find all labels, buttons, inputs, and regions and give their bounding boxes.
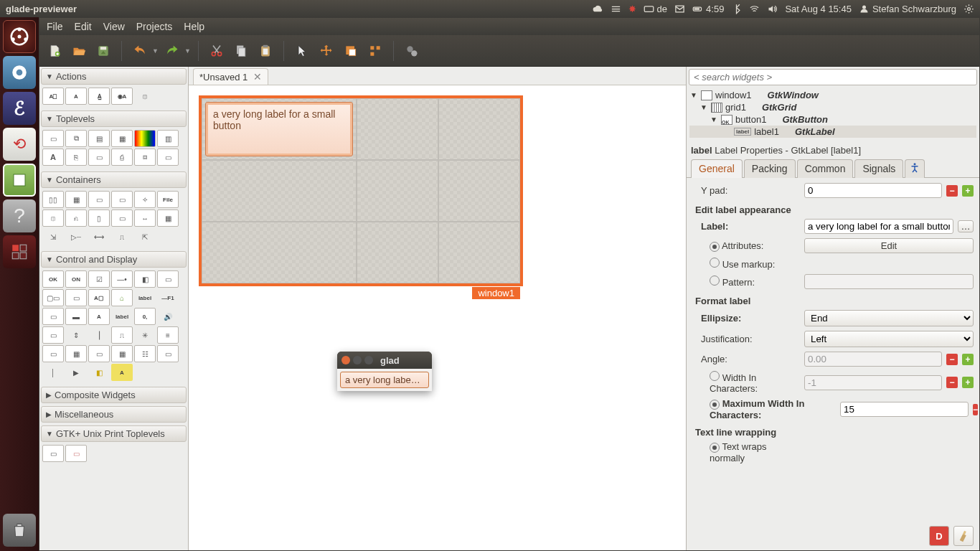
palette-item[interactable]: ✧ [134, 191, 156, 208]
palette-item[interactable]: ▬ [65, 308, 87, 325]
open-button[interactable] [68, 40, 90, 62]
palette-item[interactable]: ▭ [88, 191, 110, 208]
undo-button[interactable] [129, 40, 151, 62]
palette-item[interactable]: │ [42, 364, 64, 381]
mail-indicator[interactable] [674, 4, 685, 14]
palette-item[interactable]: ⇲ [42, 228, 64, 245]
launcher-dash[interactable] [3, 20, 36, 53]
close-icon[interactable] [341, 356, 350, 364]
palette-item[interactable]: ▭ [157, 149, 179, 166]
clock[interactable]: Sat Aug 4 15:45 [785, 4, 852, 14]
launcher-trash[interactable] [3, 514, 36, 547]
palette-item[interactable]: ↔ [134, 209, 156, 227]
palette-item[interactable]: ▭ [42, 445, 64, 462]
palette-item[interactable]: ⎙ [111, 149, 133, 166]
palette-item[interactable]: A▢ [88, 289, 110, 306]
palette-item[interactable]: ▭ [65, 289, 87, 306]
palette-item[interactable]: ▭ [111, 209, 133, 227]
align-tool[interactable] [364, 40, 386, 62]
palette-item[interactable]: ▭ [42, 308, 64, 325]
radio-wrap-normal[interactable] [710, 443, 720, 453]
palette-item[interactable]: ▤ [88, 130, 110, 147]
chevron-down-icon[interactable]: ▼ [152, 47, 159, 55]
label-text-field[interactable] [804, 219, 953, 234]
tree-selected-row[interactable]: label label1 GtkLabel [689, 126, 976, 138]
palette-item[interactable]: label [111, 308, 133, 325]
grid-cell[interactable] [438, 222, 520, 283]
radio-max-width[interactable] [710, 400, 720, 410]
palette-item[interactable]: ▭ [42, 130, 64, 147]
maximize-icon[interactable] [364, 356, 373, 364]
palette-item[interactable]: ⟷ [88, 228, 110, 245]
tab-a11y[interactable] [905, 159, 925, 178]
palette-gtkprint-header[interactable]: ▼GTK+ Unix Print Toplevels [41, 425, 187, 442]
palette-item[interactable]: A̲ [88, 88, 110, 105]
palette-item[interactable]: ⎌ [65, 209, 87, 227]
justification-field[interactable]: Left [804, 331, 974, 347]
palette-item[interactable]: ⎍ [111, 326, 133, 344]
cut-button[interactable] [206, 40, 227, 62]
palette-item[interactable]: ≡ [157, 326, 179, 344]
palette-composite-header[interactable]: ▶Composite Widgets [41, 387, 187, 403]
clear-button[interactable] [953, 526, 974, 546]
palette-item[interactable]: ☑ [88, 270, 110, 288]
new-button[interactable] [44, 40, 65, 62]
menu-help[interactable]: Help [184, 21, 204, 32]
resize-tool[interactable] [340, 40, 362, 62]
launcher-help[interactable]: ? [3, 199, 36, 232]
radio-attributes[interactable] [710, 242, 720, 252]
palette-item[interactable]: ▶ [65, 364, 87, 381]
palette-item[interactable]: ▭ [88, 149, 110, 166]
radio-width-chars[interactable] [710, 371, 720, 381]
palette-item[interactable]: ▦ [111, 345, 133, 362]
tab-common[interactable]: Common [797, 159, 854, 178]
angle-field[interactable] [804, 352, 942, 367]
menu-view[interactable]: View [103, 21, 125, 32]
palette-item[interactable]: ◧ [134, 270, 156, 288]
palette-item[interactable]: ⎅ [134, 88, 156, 105]
palette-item[interactable]: OK [42, 270, 64, 288]
minus-icon[interactable]: − [946, 185, 958, 197]
palette-item[interactable]: ◉A [111, 88, 133, 105]
palette-item[interactable]: ⇱ [134, 228, 156, 245]
plus-icon[interactable]: + [962, 377, 974, 388]
palette-item[interactable] [134, 130, 156, 147]
palette-item[interactable]: ◧ [88, 364, 110, 381]
selector-tool[interactable] [291, 40, 313, 62]
palette-item[interactable]: ▯ [88, 209, 110, 227]
palette-item[interactable]: label [134, 289, 156, 306]
grid-cell[interactable]: a very long label for a small button [202, 98, 357, 160]
document-tab[interactable]: *Unsaved 1 ✕ [193, 68, 268, 85]
palette-control-header[interactable]: ▼Control and Display [41, 251, 187, 268]
palette-containers-header[interactable]: ▼Containers [41, 171, 187, 188]
grid-cell[interactable] [357, 222, 438, 283]
palette-item[interactable]: ⎘ [65, 149, 87, 166]
palette-item[interactable]: 0, [134, 308, 156, 325]
tab-general[interactable]: General [691, 159, 743, 178]
palette-item[interactable]: ⧈ [134, 149, 156, 166]
launcher-workspaces[interactable] [3, 235, 36, 268]
preferences-button[interactable] [401, 40, 423, 62]
menu-edit[interactable]: Edit [75, 21, 92, 32]
session-indicator[interactable]: Stefan Schwarzburg [859, 4, 956, 14]
palette-item[interactable]: ⎮ [88, 326, 110, 344]
palette-item[interactable]: ▭ [157, 270, 179, 288]
menu-file[interactable]: File [47, 21, 63, 32]
palette-item[interactable]: ⧉ [65, 130, 87, 147]
widget-tree[interactable]: ▼ window1 GtkWindow ▼ grid1 GtkGrid ▼OK … [687, 88, 979, 142]
palette-item[interactable]: ▯▯ [42, 191, 64, 208]
paste-button[interactable] [255, 40, 276, 62]
palette-item[interactable]: ▷┄ [65, 228, 87, 245]
chevron-down-icon[interactable]: ▼ [184, 47, 191, 55]
palette-item[interactable]: ▦ [111, 130, 133, 147]
launcher-chromium[interactable] [3, 56, 36, 89]
palette-item[interactable]: A [88, 308, 110, 325]
copy-button[interactable] [230, 40, 252, 62]
ellipsize-field[interactable]: End [804, 310, 974, 326]
palette-item[interactable]: ▦ [65, 191, 87, 208]
launcher-emacs[interactable]: ℰ [3, 92, 36, 125]
bluetooth-indicator[interactable] [731, 4, 742, 14]
palette-item[interactable]: A [65, 88, 87, 105]
palette-item[interactable]: ⇕ [65, 326, 87, 344]
gear-icon[interactable] [963, 4, 974, 14]
